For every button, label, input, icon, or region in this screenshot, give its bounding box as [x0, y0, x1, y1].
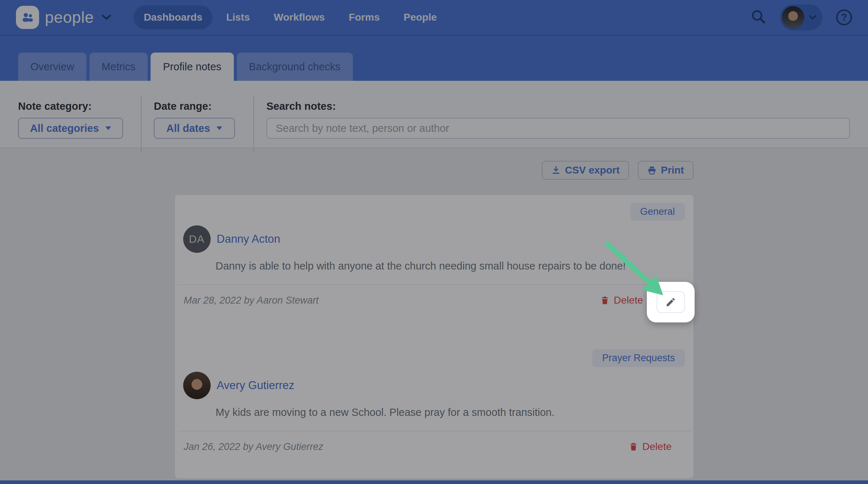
pencil-icon: [665, 297, 676, 308]
tutorial-dim-overlay: [0, 0, 868, 484]
edit-note-spotlight: [647, 282, 695, 322]
app-window: people Dashboards Lists Workflows Forms …: [0, 0, 868, 484]
edit-note-button[interactable]: [657, 291, 685, 313]
